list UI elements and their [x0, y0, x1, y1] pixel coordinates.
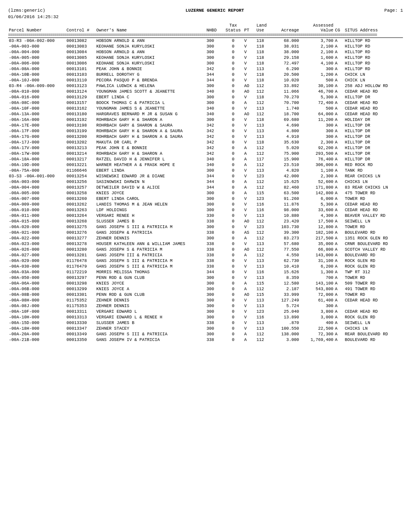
cell-parcel: -00A-17F-000 — [8, 128, 66, 134]
parcel-id: -00A-15D-000 — [9, 320, 39, 325]
cell-pt: A — [243, 281, 255, 286]
cell-control: 00013202 — [66, 139, 95, 145]
cell-status: 0 — [223, 252, 243, 258]
cell-parcel: -00A-010-000 — [8, 207, 66, 213]
cell-acreage: 39.300 — [270, 230, 300, 235]
cell-status: 0 — [223, 309, 243, 314]
cell-use: 113 — [255, 258, 270, 264]
cell-owner: MORRIS MELISSA THOMAS — [95, 269, 206, 275]
parcel-id: -00A-003-000 — [9, 44, 39, 49]
cell-use: 112 — [255, 151, 270, 156]
cell-use: 118 — [255, 55, 270, 60]
cell-situs: ROCK GLEN RD — [344, 264, 403, 269]
cell-use: 112 — [255, 252, 270, 258]
cell-use: 112 — [255, 286, 270, 292]
col-parcel-number: Parcel Number — [8, 23, 66, 33]
col-situs: SITUS Address — [344, 23, 403, 33]
cell-acreage: 38.000 — [270, 49, 300, 55]
parcel-id: -00A-75A-000 — [9, 168, 39, 173]
cell-value: 300 — [300, 123, 334, 128]
cell-pt: V — [243, 38, 255, 44]
cell-cg: A — [334, 134, 344, 139]
cell-control: 00013192 — [66, 117, 95, 123]
cell-owner: ZEHNER DENNIS — [95, 303, 206, 309]
cell-acreage: 10.410 — [270, 264, 300, 269]
cell-nhbd: 300 — [206, 281, 223, 286]
cell-parcel: -00A-17W-000 — [8, 151, 66, 156]
cell-control: 00013180 — [66, 111, 95, 117]
table-row: -00A-08H-000 01175352 ZEHNER DENNIS 300 … — [8, 297, 403, 303]
cell-acreage: 33.999 — [270, 292, 300, 297]
cell-value: 143,000 — [300, 252, 334, 258]
parcel-id: -00A-020-000 — [9, 224, 39, 229]
col-status: TaxStatus — [223, 23, 243, 33]
cell-acreage: 1.740 — [270, 106, 300, 111]
cell-pt: A — [243, 156, 255, 162]
cell-value: 400 — [300, 320, 334, 326]
cell-parcel: -00A-08A-000 — [8, 66, 66, 72]
cell-status: 0 — [223, 94, 243, 100]
cell-parcel: 03-R4 -00A-009-000 — [8, 83, 66, 89]
cell-control: 00013198 — [66, 123, 95, 128]
cell-parcel: -00A-75A-000 — [8, 168, 66, 173]
parcel-id: -00A-026-000 — [9, 247, 39, 252]
cell-use: 118 — [255, 44, 270, 49]
cell-owner: DETWEILER DAVID W & ALICE — [95, 185, 206, 190]
cell-situs: CEDAR HEAD RD — [344, 106, 403, 111]
cell-owner: RATZEL DAVID H & JENNIFER L — [95, 156, 206, 162]
cell-acreage: 68.000 — [270, 38, 300, 44]
cell-value: 306,000 — [300, 162, 334, 168]
cell-owner: VERGARI EDWARD L — [95, 309, 206, 314]
cell-cg: A — [334, 264, 344, 269]
cell-acreage: 63.500 — [270, 190, 300, 196]
cell-owner: GANS JOSEPH III & PATRICIA — [95, 252, 206, 258]
cell-value: 33,600 — [300, 207, 334, 213]
cell-owner: EBERT LINDA C — [95, 94, 206, 100]
col-acreage: Acreage — [270, 23, 300, 33]
cell-use: 112 — [255, 230, 270, 235]
table-row: -00A-003-000 00013083 KEOHANE SONJA KURY… — [8, 44, 403, 49]
parcel-id: -00A-08C-000 — [9, 100, 39, 105]
cell-owner: LDF HOLDINGS — [95, 207, 206, 213]
cell-acreage: 10.020 — [270, 77, 300, 83]
cell-status: 0 — [223, 66, 243, 72]
cell-nhbd: 340 — [206, 156, 223, 162]
cell-cg: A — [334, 337, 344, 343]
cell-value: 700 — [300, 275, 334, 281]
cell-situs: SEIWELL LN — [344, 320, 403, 326]
cell-use: 116 — [255, 202, 270, 207]
cell-situs: SCOTCH VALLEY RD — [344, 247, 403, 252]
parcel-id: -00A-010-000 — [9, 208, 39, 212]
cell-pt: AO — [243, 89, 255, 94]
cell-cg: A — [334, 303, 344, 309]
cell-owner: KEOHANE SONJA KURYLOSKI — [95, 60, 206, 66]
table-row: -00A-19D-000 00013221 WARNER HEATHER A &… — [8, 162, 403, 168]
cell-owner: SLUSSER JAMES B — [95, 320, 206, 326]
cell-status: 0 — [223, 269, 243, 275]
cell-nhbd: 300 — [206, 275, 223, 281]
cell-nhbd: 300 — [206, 202, 223, 207]
table-row: -00A-10F-000 00013311 VERGARI EDWARD L 3… — [8, 309, 403, 314]
cell-situs: RED ROCK RD — [344, 162, 403, 168]
cell-pt: AO — [243, 292, 255, 297]
cell-control: 00013281 — [66, 252, 95, 258]
cell-owner: ROHRBACH GARY H & SHARON A & SAURA — [95, 134, 206, 139]
cell-value: 4,300 — [300, 213, 334, 218]
cell-owner: WISNEWSKI EDWARD JR & DIANE — [95, 173, 206, 179]
parcel-id: -00A-023-000 — [9, 241, 39, 246]
cell-value: 76,400 — [300, 156, 334, 162]
cell-cg: A — [334, 117, 344, 123]
cell-value: 1,769,400 — [300, 337, 334, 343]
cell-parcel: -00A-003-000 — [8, 179, 66, 185]
cell-nhbd: 344 — [206, 179, 223, 185]
cell-pt: V — [243, 314, 255, 320]
cell-control: 00013301 — [66, 292, 95, 297]
cell-parcel: -00A-027-000 — [8, 252, 66, 258]
page-number: Page: 1 — [384, 8, 403, 13]
cell-status: 0 — [223, 264, 243, 269]
cell-nhbd: 300 — [206, 309, 223, 314]
cell-nhbd: 338 — [206, 230, 223, 235]
cell-value: 72,300 — [300, 331, 334, 337]
cell-nhbd: 344 — [206, 72, 223, 77]
cell-parcel: -00A-17G-000 — [8, 134, 66, 139]
